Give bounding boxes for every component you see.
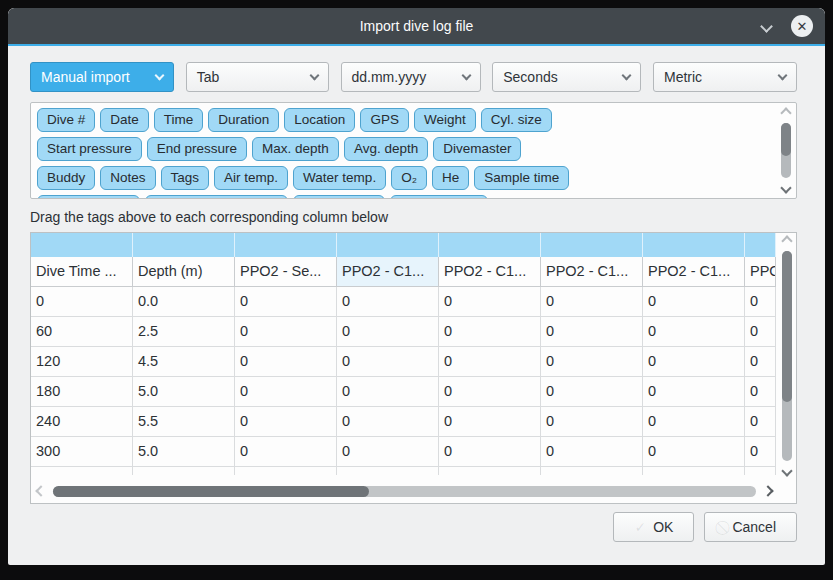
table-cell: 0 [745, 407, 776, 437]
tag-water-temp[interactable]: Water temp. [293, 166, 386, 190]
table-cell: 0 [745, 437, 776, 467]
column-header[interactable]: PPO2 - C1... [643, 257, 745, 287]
drop-target-cell[interactable] [337, 233, 439, 257]
table-cell: 0 [541, 317, 643, 347]
import-source-select[interactable]: Manual import [30, 62, 174, 92]
table-cell: 0 [643, 377, 745, 407]
drop-target-cell[interactable] [31, 233, 133, 257]
cancel-button[interactable]: ⃠ Cancel [704, 512, 797, 542]
tag-end-pressure[interactable]: End pressure [147, 137, 247, 161]
drop-target-cell[interactable] [541, 233, 643, 257]
table-cell: 0 [643, 437, 745, 467]
horizontal-scrollbar[interactable] [37, 484, 772, 498]
scroll-right-icon[interactable] [762, 485, 773, 496]
chevron-down-icon[interactable] [760, 20, 773, 33]
tag-avg-depth[interactable]: Avg. depth [344, 137, 428, 161]
table-cell: 0 [745, 347, 776, 377]
table-cell: 2.5 [133, 317, 235, 347]
table-cell: 0 [235, 377, 337, 407]
tag-divemaster[interactable]: Divemaster [433, 137, 521, 161]
scrollbar-thumb[interactable] [782, 251, 792, 402]
table-cell: 0 [235, 287, 337, 317]
tag-sample-po[interactable]: Sample pO₂ [293, 195, 386, 199]
column-header[interactable]: PPO2 - Se... [235, 257, 337, 287]
units-select[interactable]: Metric [653, 62, 797, 92]
tag-buddy[interactable]: Buddy [37, 166, 95, 190]
column-header[interactable]: PPO2 [745, 257, 776, 287]
tag-notes[interactable]: Notes [100, 166, 155, 190]
scroll-left-icon[interactable] [35, 485, 46, 496]
field-separator-select[interactable]: Tab [186, 62, 329, 92]
tag-he[interactable]: He [432, 166, 469, 190]
table-row: 602.5000000 [31, 317, 776, 347]
tag-air-temp[interactable]: Air temp. [214, 166, 288, 190]
table-cell: 0 [643, 317, 745, 347]
vertical-scrollbar[interactable] [779, 107, 793, 194]
table-cell: 0.0 [133, 287, 235, 317]
titlebar[interactable]: Import dive log file ✕ [8, 8, 825, 44]
vertical-scrollbar[interactable] [780, 235, 794, 477]
tag-date[interactable]: Date [100, 108, 149, 132]
table-cell [133, 467, 235, 475]
tag-start-pressure[interactable]: Start pressure [37, 137, 142, 161]
scroll-up-icon[interactable] [780, 107, 791, 118]
drop-target-cell[interactable] [235, 233, 337, 257]
scrollbar-track[interactable] [781, 123, 791, 178]
table-row: 2405.5000000 [31, 407, 776, 437]
dialog-button-row: ✓ OK ⃠ Cancel [30, 512, 797, 542]
tag-tags[interactable]: Tags [161, 166, 210, 190]
table-cell: 0 [439, 437, 541, 467]
drop-target-cell[interactable] [643, 233, 745, 257]
check-icon: ✓ [634, 519, 646, 535]
tag-max-depth[interactable]: Max. depth [252, 137, 339, 161]
combo-value: Manual import [41, 69, 130, 85]
tag-sample-depth[interactable]: Sample depth [37, 195, 140, 199]
drop-target-cell[interactable] [439, 233, 541, 257]
tag-cyl-size[interactable]: Cyl. size [481, 108, 552, 132]
scrollbar-thumb[interactable] [781, 123, 791, 156]
table-cell: 0 [541, 437, 643, 467]
scroll-up-icon[interactable] [781, 235, 792, 246]
drop-target-cell[interactable] [745, 233, 776, 257]
table-cell: 0 [337, 347, 439, 377]
partial-row [31, 467, 776, 475]
close-button[interactable]: ✕ [791, 15, 813, 37]
table-cell: 0 [337, 437, 439, 467]
tag-dive[interactable]: Dive # [37, 108, 95, 132]
scroll-down-icon[interactable] [781, 465, 792, 476]
combo-value: Seconds [503, 69, 557, 85]
table-cell [31, 467, 133, 475]
import-dive-log-dialog: Import dive log file ✕ Manual importTabd… [8, 8, 825, 565]
table-cell: 0 [235, 407, 337, 437]
table-cell: 300 [31, 437, 133, 467]
column-header[interactable]: Depth (m) [133, 257, 235, 287]
tag-o[interactable]: O₂ [391, 166, 427, 190]
ok-button[interactable]: ✓ OK [613, 512, 694, 542]
tag-sample-temperature[interactable]: Sample temperature [145, 195, 287, 199]
column-header-row: Dive Time ...Depth (m)PPO2 - Se...PPO2 -… [31, 257, 776, 287]
table-cell: 0 [643, 287, 745, 317]
table-cell: 0 [439, 317, 541, 347]
tag-duration[interactable]: Duration [208, 108, 279, 132]
scroll-down-icon[interactable] [780, 182, 791, 193]
table-cell: 0 [745, 317, 776, 347]
scrollbar-track[interactable] [53, 486, 756, 497]
date-format-select[interactable]: dd.mm.yyyy [341, 62, 481, 92]
combo-value: dd.mm.yyyy [352, 69, 427, 85]
drop-target-cell[interactable] [133, 233, 235, 257]
column-header[interactable]: PPO2 - C1... [541, 257, 643, 287]
table-cell: 120 [31, 347, 133, 377]
tag-gps[interactable]: GPS [360, 108, 409, 132]
tag-sample-time[interactable]: Sample time [474, 166, 569, 190]
tag-weight[interactable]: Weight [414, 108, 476, 132]
scrollbar-thumb[interactable] [53, 486, 369, 497]
scrollbar-track[interactable] [782, 251, 792, 461]
close-icon: ✕ [797, 20, 808, 33]
tag-sample-cns[interactable]: Sample CNS [390, 195, 488, 199]
column-header[interactable]: PPO2 - C1... [337, 257, 439, 287]
column-header[interactable]: PPO2 - C1... [439, 257, 541, 287]
tag-time[interactable]: Time [154, 108, 204, 132]
tag-location[interactable]: Location [284, 108, 355, 132]
duration-format-select[interactable]: Seconds [492, 62, 641, 92]
column-header[interactable]: Dive Time ... [31, 257, 133, 287]
